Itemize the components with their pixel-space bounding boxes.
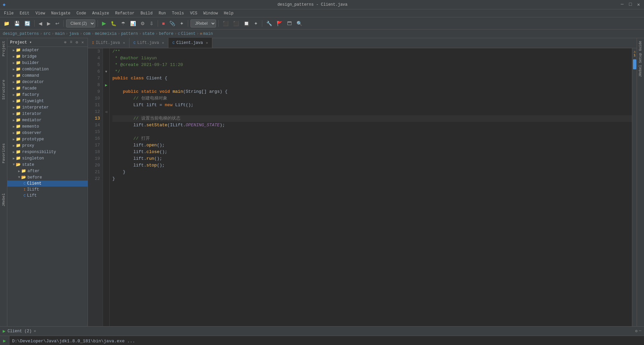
- tree-item-mediator[interactable]: ▶ 📁 mediator: [7, 117, 88, 123]
- bc-main[interactable]: main: [55, 31, 65, 36]
- toolbar-run2[interactable]: ⬛: [221, 20, 230, 27]
- tree-item-facade[interactable]: ▶ 📁 facade: [7, 85, 88, 91]
- bc-meimeixia[interactable]: meimeixia: [95, 31, 117, 36]
- toolbar-sync[interactable]: 🔄: [23, 20, 32, 27]
- menu-help[interactable]: Help: [221, 10, 236, 16]
- toolbar-stop[interactable]: ■: [160, 20, 166, 27]
- bc-state[interactable]: state: [143, 31, 155, 36]
- structure-btn[interactable]: Structure: [1, 78, 6, 101]
- code-content[interactable]: /** * @author liayun * @create 2021-09-1…: [110, 48, 632, 326]
- tree-locate-btn[interactable]: ⊕: [63, 40, 67, 45]
- tree-item-singleton[interactable]: ▶ 📁 singleton: [7, 155, 88, 161]
- menu-file[interactable]: File: [1, 10, 16, 16]
- jrebel-dropdown[interactable]: JRebel: [191, 19, 216, 27]
- tree-item-builder[interactable]: ▶ 📁 builder: [7, 60, 88, 66]
- bc-java[interactable]: java: [69, 31, 79, 36]
- tree-collapse-btn[interactable]: ≡: [69, 40, 73, 45]
- tab-client-close[interactable]: ✕: [206, 41, 208, 45]
- profile-button[interactable]: 📊: [128, 20, 138, 27]
- tab-ilift-close[interactable]: ✕: [123, 41, 125, 45]
- menu-edit[interactable]: Edit: [17, 10, 32, 16]
- menu-view[interactable]: View: [33, 10, 48, 16]
- menu-refactor[interactable]: Refactor: [112, 10, 137, 16]
- tab-client[interactable]: C Client.java ✕: [168, 38, 212, 48]
- tree-item-command[interactable]: ▶ 📁 command: [7, 72, 88, 79]
- bc-pattern[interactable]: pattern: [121, 31, 138, 36]
- run-panel-settings[interactable]: ⚙: [635, 329, 638, 334]
- scroll-thumb[interactable]: [633, 59, 636, 69]
- menu-code[interactable]: Code: [74, 10, 89, 16]
- run-panel-minimize[interactable]: ─: [639, 329, 641, 334]
- menu-navigate[interactable]: Navigate: [48, 10, 73, 16]
- tree-item-proxy[interactable]: ▶ 📁 proxy: [7, 142, 88, 149]
- toolbar-step[interactable]: ⇩: [148, 20, 155, 27]
- tab-lift-close[interactable]: ✕: [162, 41, 164, 45]
- minimize-button[interactable]: ─: [620, 2, 625, 7]
- toolbar-misc1[interactable]: 🔲: [242, 20, 251, 27]
- project-panel-btn[interactable]: Project: [1, 40, 6, 58]
- tree-item-after[interactable]: ▶ 📁 after: [7, 168, 88, 174]
- toolbar-flag[interactable]: 🚩: [275, 20, 284, 27]
- tree-item-client[interactable]: C Client: [7, 181, 88, 187]
- tab-lift[interactable]: C Lift.java ✕: [129, 38, 168, 48]
- toolbar-save[interactable]: 💾: [12, 20, 21, 27]
- tree-close-btn[interactable]: ✕: [80, 40, 85, 45]
- tab-ilift[interactable]: I ILift.java ✕: [88, 38, 129, 48]
- toolbar-window[interactable]: 🗖: [285, 20, 293, 27]
- tree-item-flyweight[interactable]: ▶ 📁 flyweight: [7, 98, 88, 104]
- run-play-btn[interactable]: ▶: [2, 337, 6, 344]
- toolbar-undo[interactable]: ↩: [54, 20, 61, 27]
- tree-item-lift[interactable]: C Lift: [7, 193, 88, 199]
- run-arrow-9[interactable]: ▶: [105, 83, 107, 88]
- tree-item-responsibility[interactable]: ▶ 📁 responsibility: [7, 149, 88, 155]
- fold-arrow-7[interactable]: ▼: [105, 70, 107, 74]
- toolbar-coverage2[interactable]: ✦: [178, 20, 185, 27]
- bc-before[interactable]: before: [159, 31, 173, 36]
- bc-design-patterns[interactable]: design_patterns: [3, 31, 39, 36]
- fold-arrow-13[interactable]: ◁: [105, 110, 107, 114]
- tree-item-iterator[interactable]: ▶ 📁 iterator: [7, 111, 88, 117]
- coverage-button[interactable]: ☂: [119, 20, 127, 27]
- bc-src[interactable]: src: [43, 31, 51, 36]
- toolbar-forward[interactable]: ▶: [45, 20, 52, 27]
- toolbar-open-file[interactable]: 📁: [2, 20, 11, 27]
- bc-com[interactable]: com: [83, 31, 91, 36]
- maximize-button[interactable]: □: [628, 2, 633, 7]
- close-button[interactable]: ✕: [636, 2, 641, 7]
- favorites-btn[interactable]: Favorites: [1, 142, 6, 164]
- toolbar-more[interactable]: ⚙: [139, 20, 147, 27]
- menu-window[interactable]: Window: [201, 10, 220, 16]
- run-button[interactable]: ▶: [100, 19, 108, 27]
- toolbar-search[interactable]: 🔍: [295, 20, 304, 27]
- tree-item-before[interactable]: ▼ 📂 before: [7, 174, 88, 181]
- tree-item-prototype[interactable]: ▶ 📁 prototype: [7, 136, 88, 142]
- tree-item-observer[interactable]: ▶ 📁 observer: [7, 130, 88, 136]
- debug-button[interactable]: 🐛: [109, 20, 118, 27]
- bc-main-method[interactable]: m main: [200, 31, 213, 36]
- tree-item-bridge[interactable]: ▶ 📁 bridge: [7, 53, 88, 60]
- tree-item-ilift[interactable]: I ILift: [7, 187, 88, 193]
- tree-item-state[interactable]: ▼ 📂 state: [7, 161, 88, 168]
- tree-item-factory[interactable]: ▶ 📁 factory: [7, 91, 88, 98]
- toolbar-attach[interactable]: 📎: [168, 20, 177, 27]
- tree-item-interpreter[interactable]: ▶ 📁 interpreter: [7, 104, 88, 111]
- menu-analyze[interactable]: Analyze: [90, 10, 112, 16]
- run-config-dropdown[interactable]: Client (2): [66, 19, 95, 27]
- tree-item-memento[interactable]: ▶ 📁 memento: [7, 123, 88, 130]
- jrebel-btn[interactable]: JRebel: [1, 192, 6, 208]
- menu-run[interactable]: Run: [156, 10, 169, 16]
- bc-client-class[interactable]: C Client: [178, 31, 196, 36]
- toolbar-stop2[interactable]: ⬛: [231, 20, 240, 27]
- tree-item-adapter[interactable]: ▶ 📁 adapter: [7, 47, 88, 53]
- menu-build[interactable]: Build: [138, 10, 155, 16]
- toolbar-misc2[interactable]: ✦: [252, 20, 260, 27]
- run-panel-close[interactable]: ✕: [34, 329, 36, 334]
- tree-settings-btn[interactable]: ⚙: [75, 40, 79, 45]
- menu-tools[interactable]: Tools: [169, 10, 187, 16]
- tree-item-decorator[interactable]: ▶ 📁 decorator: [7, 79, 88, 85]
- tree-item-combination[interactable]: ▶ 📁 combination: [7, 66, 88, 72]
- menu-vcs[interactable]: VCS: [187, 10, 200, 16]
- toolbar-back[interactable]: ◀: [37, 20, 44, 27]
- toolbar-wrench[interactable]: 🔧: [265, 20, 274, 27]
- jrebel-setup-btn[interactable]: JRebel Setup Guide: [638, 40, 643, 78]
